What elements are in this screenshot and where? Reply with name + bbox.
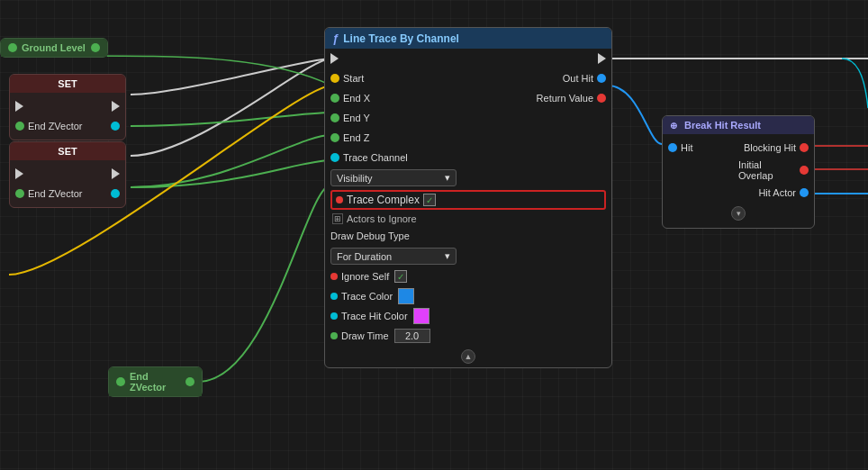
break-collapse-button[interactable]: ▾: [731, 206, 746, 221]
break-hit-header: ⊕ Break Hit Result: [663, 116, 814, 134]
lt-ignore-self-row: Ignore Self ✓: [325, 267, 611, 286]
break-collapse-row: ▾: [663, 203, 814, 224]
lt-out-hit-right: Out Hit: [468, 73, 611, 84]
trace-color-swatch[interactable]: [398, 288, 414, 304]
set2-exec-in-pin: [15, 168, 23, 179]
trace-color-label: Trace Color: [341, 291, 393, 302]
draw-debug-value: For Duration: [337, 251, 392, 262]
lt-trace-channel-dropdown-row: Visibility ▾: [325, 167, 611, 188]
set2-cyan-out-pin: [111, 189, 120, 198]
lt-endz-pin: [330, 133, 339, 142]
set2-header: SET: [10, 142, 125, 160]
set1-label: SET: [58, 78, 77, 89]
break-hit-pin-label: Hit: [681, 142, 692, 153]
break-hit-row: Hit Blocking Hit: [663, 138, 814, 158]
set1-green-pin: [15, 122, 24, 131]
set-node-2: SET End ZVector: [9, 141, 126, 208]
lt-exec-left: [325, 53, 468, 64]
lt-endx-pin: [330, 94, 339, 103]
function-icon: ƒ: [332, 32, 339, 45]
hit-actor-label: Hit Actor: [758, 187, 796, 198]
set1-header: SET: [10, 75, 125, 93]
lt-start-left: Start: [325, 73, 468, 84]
draw-time-label: Draw Time: [341, 330, 389, 341]
ground-level-node: Ground Level: [0, 38, 108, 58]
end-zvector-node: End ZVector: [108, 366, 203, 397]
ignore-self-label: Ignore Self: [341, 271, 389, 282]
line-trace-exec-row: [325, 49, 611, 68]
set1-exec-in-pin: [15, 101, 23, 112]
lt-exec-in: [330, 53, 339, 64]
trace-channel-dropdown[interactable]: Visibility ▾: [330, 169, 457, 186]
set2-pin-label: End ZVector: [28, 188, 83, 199]
lt-exec-out: [598, 53, 606, 64]
break-hit-actor-right: Hit Actor: [738, 187, 814, 198]
set2-green-pin: [15, 189, 24, 198]
lt-trace-color-row: Trace Color: [325, 286, 611, 306]
break-hit-left: Hit: [663, 142, 738, 153]
lt-trace-hit-color-row: Trace Hit Color: [325, 306, 611, 326]
ground-level-header: Ground Level: [1, 39, 107, 57]
lt-endy-row: End Y: [325, 108, 611, 128]
line-trace-header: ƒ Line Trace By Channel: [325, 28, 611, 49]
set1-pin-label: End ZVector: [28, 121, 83, 131]
lt-trace-channel-label: Trace Channel: [343, 152, 408, 163]
lt-exec-right: [468, 53, 611, 64]
break-hit-body: Hit Blocking Hit Initial Overlap Hit Act…: [663, 134, 814, 228]
trace-hit-color-swatch[interactable]: [413, 308, 429, 324]
collapse-button[interactable]: ▲: [461, 349, 475, 364]
set2-exec-out-pin: [112, 168, 120, 179]
lt-trace-channel-pin: [330, 153, 339, 162]
ground-level-pin: [8, 43, 17, 52]
set2-end-zvector-row: End ZVector: [10, 184, 125, 203]
blocking-hit-pin: [800, 143, 809, 152]
ignore-self-checkbox[interactable]: ✓: [394, 270, 407, 283]
set2-label: SET: [58, 146, 77, 157]
break-hit-actor-row: Hit Actor: [663, 183, 814, 203]
lt-out-hit-label: Out Hit: [563, 73, 593, 84]
trace-channel-value: Visibility: [337, 173, 373, 184]
lt-collapse-row: ▲: [325, 346, 611, 367]
set-node-1: SET End ZVector: [9, 74, 126, 140]
lt-endz-row: End Z: [325, 128, 611, 148]
actors-label: Actors to Ignore: [347, 213, 417, 224]
line-trace-node: ƒ Line Trace By Channel Start Out Hit En…: [324, 27, 612, 368]
initial-overlap-pin: [800, 166, 809, 175]
break-blocking-right: Blocking Hit: [738, 142, 814, 153]
lt-return-pin: [597, 94, 606, 103]
lt-endx-left: End X: [325, 93, 468, 104]
lt-draw-time-row: Draw Time: [325, 326, 611, 346]
trace-complex-row[interactable]: Trace Complex ✓: [330, 190, 606, 210]
set1-body: End ZVector: [10, 93, 125, 140]
break-hit-title: Break Hit Result: [684, 120, 761, 131]
lt-endx-label: End X: [343, 93, 370, 104]
set1-exec-left: [10, 101, 68, 112]
lt-start-row: Start Out Hit: [325, 68, 611, 88]
trace-hit-color-pin: [330, 312, 338, 320]
set1-exec-out-pin: [112, 101, 120, 112]
lt-endx-row: End X Return Value: [325, 88, 611, 108]
ignore-self-pin: [330, 273, 338, 280]
set1-exec-row: [10, 96, 125, 116]
set2-exec-row: [10, 164, 125, 184]
lt-draw-debug-label: Draw Debug Type: [330, 230, 410, 241]
set1-end-zvector-row: End ZVector: [10, 116, 125, 136]
break-hit-node: ⊕ Break Hit Result Hit Blocking Hit Init…: [662, 115, 815, 229]
ground-level-label: Ground Level: [22, 42, 86, 53]
blocking-hit-label: Blocking Hit: [744, 142, 796, 153]
line-trace-title: Line Trace By Channel: [343, 32, 459, 45]
lt-draw-debug-dropdown-row: For Duration ▾: [325, 246, 611, 267]
actors-icon: ⊞: [332, 213, 343, 224]
set2-exec-right: [68, 168, 125, 179]
draw-time-input[interactable]: [394, 329, 430, 343]
trace-color-pin: [330, 293, 338, 300]
hit-actor-pin: [800, 188, 809, 197]
draw-debug-dropdown[interactable]: For Duration ▾: [330, 248, 457, 265]
break-initial-overlap-row: Initial Overlap: [663, 158, 814, 183]
break-hit-in-pin: [668, 143, 677, 152]
lt-out-hit-pin: [597, 74, 606, 83]
trace-complex-checkbox[interactable]: ✓: [423, 194, 436, 206]
break-initial-right: Initial Overlap: [738, 159, 814, 181]
dropdown-chevron: ▾: [445, 172, 450, 184]
lt-start-label: Start: [343, 73, 364, 84]
